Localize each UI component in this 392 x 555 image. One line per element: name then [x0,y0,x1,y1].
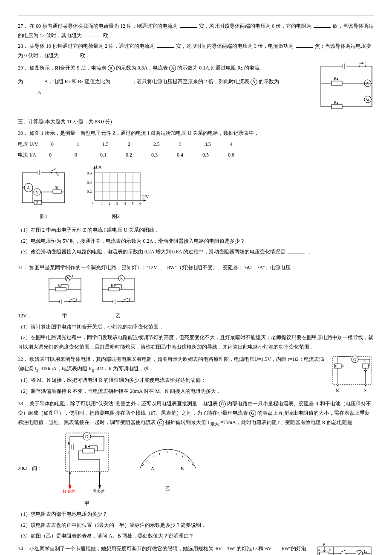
svg-line-161 [153,456,153,457]
cell: 0.4 [177,151,190,160]
q27-text-b: 安，若此时该导体两端的电压为 6 伏，它的电阻为 [199,23,311,29]
cell: 0.1 [100,151,113,160]
q27-text-d: 欧． [103,32,113,38]
q33-fig-yi: A B [132,445,204,479]
q30-current-row: 电流 I/A 0 0 0.1 0.2 0.3 0.4 0.5 0.6 [18,151,374,160]
svg-text:Z: Z [36,200,39,205]
blank [84,37,101,37]
svg-rect-95 [109,288,119,291]
svg-rect-139 [83,449,95,453]
svg-rect-15 [331,105,342,109]
q31-fig-jia: L R S [45,274,85,306]
ammeter-a-icon: A [108,65,115,72]
svg-text:0.4: 0.4 [87,180,92,185]
question-33: 33． 关于导体的电阻，除了可以用"伏安法"测量之外，还可以用电阻表直接测量．电… [18,399,374,428]
svg-text:U: U [335,364,337,368]
q30-text: 如图 1 所示，是测量一新型电子元件 Z，通过的电流 I 跟两端所加电压 U 关… [29,130,259,136]
q31-12v: 12V． [18,311,32,321]
svg-rect-76 [55,288,66,291]
q31-p2: （2）在图甲电路调光过程中，同学们发现该电路能连续调节灯的亮度，但亮度变化不大，… [18,333,374,352]
q27-text-a: 在 60 秒内通过某导体横截面的电荷量为 12 库，则通过它的电流为 [29,23,178,29]
blank [61,57,78,57]
cell: 0 [51,140,64,149]
svg-line-86 [69,298,75,300]
q29-num: 29． [18,65,28,71]
svg-text:U/V: U/V [141,195,149,199]
q30-figures: S A V Z R 图1 [18,164,374,221]
svg-text:M: M [336,388,340,392]
q29-text-d: 为 [18,78,23,84]
svg-text:A: A [27,186,30,190]
q29-text-b: 的示数为 0.3A，电流表 [116,65,168,71]
q28-text-d: 欧． [80,52,90,58]
cell: 0.5 [202,151,215,160]
cell: 2 [128,140,141,149]
svg-text:N: N [363,388,366,392]
svg-text:V: V [36,190,39,195]
svg-text:1: 1 [101,201,103,206]
svg-line-160 [147,460,147,462]
svg-text:B: B [181,466,184,471]
question-31: 31． 如图甲是某同学制作的一个调光灯电路，已知灯 L："12V 8W"（灯泡电… [18,263,374,273]
question-27: 27． 在 60 秒内通过某导体横截面的电荷量为 12 库，则通过它的电流为 安… [18,22,374,40]
q33-d: 指针偏转到最大值 I [165,419,209,425]
svg-line-165 [182,456,183,457]
q31-figures: 12V． L R S 甲 L [18,274,374,320]
svg-text:P: P [323,543,325,547]
blank [288,253,305,253]
q33-fig-jia: G E r R 红表笔 黑表笔 [59,430,115,494]
blank [19,94,36,94]
svg-text:S: S [361,62,364,64]
cell: 0.3 [151,151,164,160]
q29-text-f: ；若只将电源电压提高至原来的 2 倍，则此时电流表 [132,78,249,84]
svg-text:R: R [111,284,113,288]
blank [180,27,197,28]
q32-c: =4Ω，R 为可调电阻，求： [94,366,154,372]
q30-num: 30． [18,130,28,136]
q27-num: 27． [18,23,28,29]
q30-p3-b: ． [307,249,312,255]
q33-p2: （2）该电阻表表盘的正中间位置（I最大的一半）应标注的示数是多少？简要说明． [18,521,374,530]
svg-point-182 [340,553,342,555]
jia-label: 甲 [59,499,115,509]
question-28: 28． 某导体 10 秒钟通过它的电荷量为 2 库，通过它的电流为 安，这段时间… [18,42,374,60]
top-rule [18,15,374,15]
question-34: 34． 小红同学自制了一个卡通福娃，她想用亮度可调节的灯做它的眼睛，她选用规格为… [18,543,374,555]
blank [112,83,130,83]
galvanometer-icon: G [219,401,226,407]
question-32: 32． 欧姆表可以用来测导体电阻，其内部既有电源又有电阻，如图所示为欧姆表的电路… [18,353,374,398]
q29-circuit-diagram: S R₂ A R₁ A₁ [319,62,374,109]
svg-text:S: S [57,173,59,177]
svg-text:R₂: R₂ [334,76,338,81]
blank [296,47,313,48]
q32-circuit: U r G R M N [329,353,374,396]
q33-p3: （3）如图（乙）是电阻表的表盘，请问 A、B 两处，哪处数值大？说明理由？ [18,532,374,541]
q28-text-b: 安，这段时间内导体两端的电压为 3 伏，电流做功为 [176,43,294,49]
q30-p1: （1）在图 2 中画出电子元件 Z 的电流 I 跟电压 U 关系的图线． [18,226,374,235]
svg-rect-116 [363,364,369,368]
q34-text: 小红同学自制了一个卡通福娃，她想用亮度可调节的灯做它的眼睛，她选用规格为"6V … [18,546,310,555]
svg-point-186 [356,550,363,555]
svg-text:3: 3 [116,201,118,206]
svg-text:R: R [58,284,60,288]
q30-fig1-circuit: S A V Z R [18,169,69,207]
svg-text:r: r [343,364,344,368]
q30-p2: （2）电源电压恒为 5V 时，接通开关，电流表的示数为 0.2A，滑动变阻器接入… [18,237,374,246]
yi-label: 乙 [98,311,138,321]
svg-text:R: R [363,360,366,364]
svg-text:6: 6 [139,201,141,206]
svg-text:黑表笔: 黑表笔 [92,489,105,494]
section-3-header: 三、计算题(本大题共 11 小题，共 88.0 分) [18,117,374,127]
q33-num: 33． [18,401,28,407]
q29-text-g: 的示数为 [259,78,279,84]
svg-line-164 [176,453,176,455]
svg-point-25 [51,172,52,173]
q28-num: 28． [18,43,28,49]
cell: 1 [77,140,89,149]
svg-line-105 [123,298,128,300]
q32-p1: （1）将 M、N 短接，应把可调电阻 R 的阻值调为多少才能使电流表恰好达到满偏… [18,376,325,385]
svg-text:0.2: 0.2 [87,189,92,194]
cell: 3.5 [205,140,217,149]
svg-text:红表笔: 红表笔 [63,489,75,494]
svg-text:G: G [85,434,88,439]
